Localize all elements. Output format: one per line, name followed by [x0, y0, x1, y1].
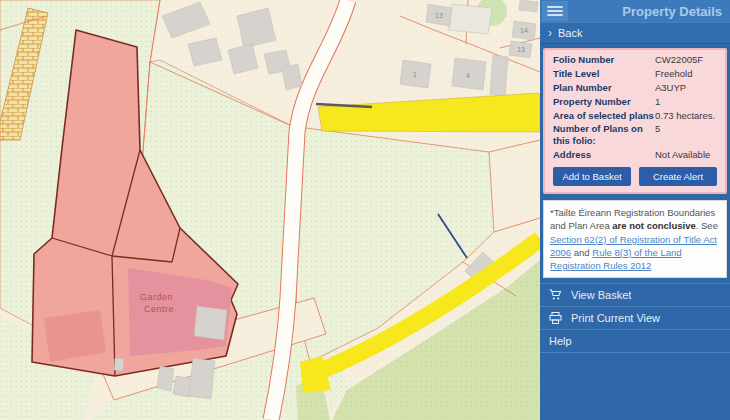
detail-value: Not Available: [655, 149, 717, 161]
add-to-basket-button[interactable]: Add to Basket: [553, 167, 631, 186]
detail-row-plan-count: Number of Plans on this folio: 5: [545, 122, 725, 148]
menu-item-label: Print Current View: [571, 312, 660, 324]
detail-label: Number of Plans on this folio:: [553, 123, 655, 147]
panel-title: Property Details: [568, 4, 730, 19]
create-alert-button[interactable]: Create Alert: [639, 167, 717, 186]
building-number: 13: [517, 46, 525, 53]
detail-row-folio-number: Folio Number CW22005F: [545, 53, 725, 67]
view-basket-button[interactable]: View Basket: [540, 283, 730, 306]
detail-value: Freehold: [655, 68, 717, 80]
detail-label: Address: [553, 149, 655, 161]
detail-value: A3UYP: [655, 82, 717, 94]
folio-details-panel: Folio Number CW22005F Title Level Freeho…: [543, 48, 727, 194]
detail-value: 5: [655, 123, 717, 147]
menu-item-label: Help: [549, 335, 572, 347]
sidebar-header: Property Details: [540, 0, 730, 22]
registration-disclaimer: *Tailte Éireann Registration Boundaries …: [543, 200, 727, 278]
print-current-view-button[interactable]: Print Current View: [540, 306, 730, 329]
detail-value: 0.73 hectares.: [655, 110, 717, 122]
chevron-right-icon: ›: [548, 26, 552, 40]
building-number: 4: [466, 72, 470, 79]
detail-row-property-number: Property Number 1: [545, 95, 725, 109]
help-button[interactable]: Help: [540, 329, 730, 353]
building-number: 1: [413, 71, 417, 78]
detail-label: Property Number: [553, 96, 655, 108]
map-viewport[interactable]: Garden Centre: [0, 0, 540, 420]
sidebar-menu: View Basket Print Current View Help: [540, 283, 730, 353]
building-number: 14: [520, 27, 528, 34]
panel-actions: Add to Basket Create Alert: [545, 162, 725, 188]
menu-item-label: View Basket: [571, 289, 631, 301]
disclaimer-text: . See: [696, 220, 718, 231]
printer-icon: [549, 312, 563, 324]
property-details-sidebar: Property Details ›Back Folio Number CW22…: [540, 0, 730, 420]
detail-row-area: Area of selected plans 0.73 hectares.: [545, 109, 725, 123]
detail-label: Title Level: [553, 68, 655, 80]
detail-label: Folio Number: [553, 54, 655, 66]
garden-centre-label-line2: Centre: [144, 304, 174, 314]
disclaimer-text: and: [571, 247, 592, 258]
back-button[interactable]: ›Back: [540, 22, 730, 44]
detail-row-plan-number: Plan Number A3UYP: [545, 81, 725, 95]
detail-value: CW22005F: [655, 54, 717, 66]
detail-label: Plan Number: [553, 82, 655, 94]
detail-label: Area of selected plans: [553, 110, 655, 122]
hamburger-menu-icon[interactable]: [542, 1, 568, 21]
map-canvas[interactable]: Garden Centre: [0, 0, 540, 420]
detail-row-address: Address Not Available: [545, 148, 725, 162]
garden-centre-label-line1: Garden: [140, 292, 173, 302]
cart-icon: [549, 289, 563, 301]
property-details-app: Garden Centre: [0, 0, 730, 420]
disclaimer-bold: are not conclusive: [612, 220, 695, 231]
detail-row-title-level: Title Level Freehold: [545, 67, 725, 81]
detail-value: 1: [655, 96, 717, 108]
back-label: Back: [558, 27, 582, 39]
building-number: 13: [435, 12, 443, 19]
